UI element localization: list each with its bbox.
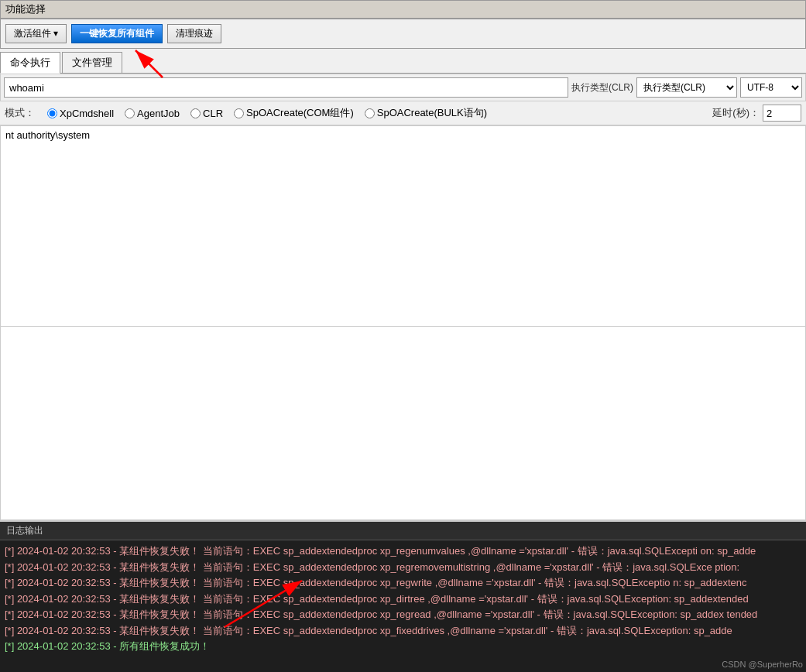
exec-type-select[interactable]: 执行类型(CLR) 执行类型(XpCmd) 执行类型(Agent) bbox=[636, 77, 737, 98]
section-title: 功能选择 bbox=[5, 3, 46, 15]
log-line-6: [*] 2024-01-02 20:32:53 - 所有组件恢复成功！ bbox=[5, 639, 801, 654]
tab-file-mgmt[interactable]: 文件管理 bbox=[62, 52, 122, 73]
mode-option-spoacreate-com[interactable]: SpOACreate(COM组件) bbox=[234, 106, 354, 120]
gongneng-buttons: 激活组件 ▾ 一键恢复所有组件 清理痕迹 bbox=[5, 24, 801, 43]
delay-section: 延时(秒)： bbox=[712, 105, 801, 122]
mode-option-xpcmdshell[interactable]: XpCmdshell bbox=[47, 108, 114, 119]
output-text: nt authority\system bbox=[5, 129, 90, 141]
mode-option-spoacreate-bulk[interactable]: SpOACreate(BULK语句) bbox=[365, 106, 487, 120]
log-section: 日志输出 [*] 2024-01-02 20:32:53 - 某组件恢复失败！ … bbox=[0, 520, 806, 672]
mode-radio-xpcmdshell[interactable] bbox=[47, 108, 57, 118]
mode-label-clr: CLR bbox=[203, 108, 223, 119]
output-spacer bbox=[0, 327, 806, 521]
main-container: 功能选择 激活组件 ▾ 一键恢复所有组件 清理痕迹 命令执行 文件管理 执行类型… bbox=[0, 0, 806, 672]
cmd-input[interactable] bbox=[4, 77, 568, 98]
section-header-gongneng: 功能选择 bbox=[0, 0, 806, 19]
log-line-1: [*] 2024-01-02 20:32:53 - 某组件恢复失败！ 当前语句：… bbox=[5, 560, 801, 575]
delay-label: 延时(秒)： bbox=[712, 106, 760, 120]
mode-radio-agentjob[interactable] bbox=[125, 108, 135, 118]
gongneng-section: 激活组件 ▾ 一键恢复所有组件 清理痕迹 bbox=[0, 19, 806, 49]
tab-cmd-exec[interactable]: 命令执行 bbox=[0, 52, 60, 74]
mode-label-spoacreate-com: SpOACreate(COM组件) bbox=[246, 106, 354, 120]
log-header: 日志输出 bbox=[0, 522, 806, 540]
cmd-section: 执行类型(CLR) 执行类型(CLR) 执行类型(XpCmd) 执行类型(Age… bbox=[0, 74, 806, 101]
mode-radio-clr[interactable] bbox=[190, 108, 201, 118]
log-content[interactable]: [*] 2024-01-02 20:32:53 - 某组件恢复失败！ 当前语句：… bbox=[0, 540, 806, 672]
tabs-section: 命令执行 文件管理 bbox=[0, 49, 806, 74]
restore-all-button[interactable]: 一键恢复所有组件 bbox=[71, 24, 163, 43]
log-line-2: [*] 2024-01-02 20:32:53 - 某组件恢复失败！ 当前语句：… bbox=[5, 575, 801, 591]
log-line-4: [*] 2024-01-02 20:32:53 - 某组件恢复失败！ 当前语句：… bbox=[5, 607, 801, 622]
delay-input[interactable] bbox=[763, 105, 801, 122]
mode-option-agentjob[interactable]: AgentJob bbox=[125, 108, 180, 119]
output-area: nt authority\system bbox=[0, 125, 806, 327]
mode-radio-spoacreate-com[interactable] bbox=[234, 108, 244, 118]
watermark: CSDN @SuperherRo bbox=[722, 660, 803, 669]
log-line-3: [*] 2024-01-02 20:32:53 - 某组件恢复失败！ 当前语句：… bbox=[5, 591, 801, 607]
mode-options: XpCmdshell AgentJob CLR SpOACreate(COM组件… bbox=[47, 106, 487, 120]
mode-label-agentjob: AgentJob bbox=[137, 108, 180, 119]
mode-label: 模式： bbox=[5, 106, 35, 120]
log-line-0: [*] 2024-01-02 20:32:53 - 某组件恢复失败！ 当前语句：… bbox=[5, 543, 801, 559]
mode-section: 模式： XpCmdshell AgentJob CLR SpOACreate(C… bbox=[0, 101, 806, 125]
activate-button[interactable]: 激活组件 ▾ bbox=[5, 24, 67, 43]
mode-option-clr[interactable]: CLR bbox=[190, 108, 223, 119]
log-line-5: [*] 2024-01-02 20:32:53 - 某组件恢复失败！ 当前语句：… bbox=[5, 623, 801, 639]
encoding-select[interactable]: UTF-8 GBK GB2312 bbox=[740, 77, 802, 98]
exec-type-label: 执行类型(CLR) bbox=[571, 81, 633, 94]
mode-label-xpcmdshell: XpCmdshell bbox=[60, 108, 114, 119]
clear-trace-button[interactable]: 清理痕迹 bbox=[167, 24, 221, 43]
mode-label-spoacreate-bulk: SpOACreate(BULK语句) bbox=[377, 106, 487, 120]
mode-radio-spoacreate-bulk[interactable] bbox=[365, 108, 375, 118]
